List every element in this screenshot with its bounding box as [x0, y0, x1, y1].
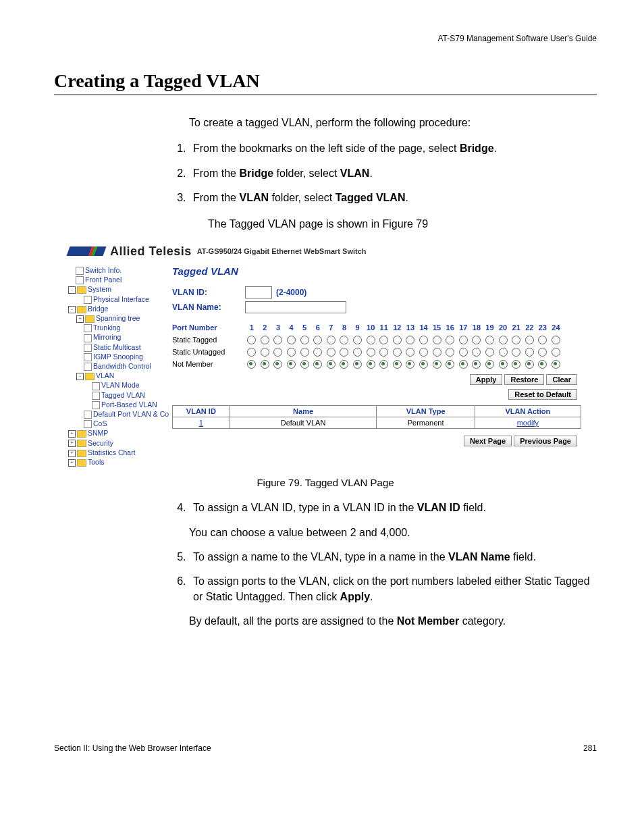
port-radio[interactable]	[406, 336, 414, 344]
tree-node[interactable]: +Security	[68, 438, 169, 448]
port-radio[interactable]	[367, 348, 375, 357]
tree-expand-icon[interactable]: +	[68, 450, 76, 457]
port-radio[interactable]	[485, 336, 494, 344]
port-radio[interactable]	[446, 348, 454, 357]
port-radio[interactable]	[367, 360, 375, 369]
port-radio[interactable]	[393, 348, 402, 357]
clear-button[interactable]: Clear	[546, 374, 577, 385]
tree-expand-icon[interactable]: +	[68, 459, 76, 467]
port-radio[interactable]	[419, 336, 428, 344]
port-radio[interactable]	[472, 360, 481, 369]
port-radio[interactable]	[313, 360, 322, 369]
vlan-id-input[interactable]	[245, 286, 272, 298]
port-radio[interactable]	[485, 348, 494, 357]
port-radio[interactable]	[379, 336, 388, 344]
port-radio[interactable]	[353, 348, 362, 357]
apply-button[interactable]: Apply	[470, 374, 503, 385]
port-radio[interactable]	[499, 360, 508, 369]
tree-node[interactable]: -VLAN	[68, 371, 169, 380]
port-radio[interactable]	[300, 348, 309, 357]
port-radio[interactable]	[327, 348, 336, 357]
tree-node[interactable]: +Statistics Chart	[68, 448, 169, 457]
port-radio[interactable]	[525, 360, 534, 369]
tree-node[interactable]: +Spanning tree	[68, 313, 169, 323]
tree-node[interactable]: IGMP Snooping	[68, 352, 169, 361]
tree-node[interactable]: +SNMP	[68, 428, 169, 438]
tree-node[interactable]: Front Panel	[68, 275, 169, 284]
port-radio[interactable]	[446, 336, 454, 344]
port-radio[interactable]	[287, 360, 296, 369]
port-radio[interactable]	[393, 336, 402, 344]
tree-node[interactable]: CoS	[68, 419, 169, 428]
tree-node[interactable]: Default Port VLAN & Co	[68, 409, 169, 419]
tree-expand-icon[interactable]: +	[76, 315, 84, 323]
port-radio[interactable]	[340, 360, 348, 369]
tree-node[interactable]: Static Multicast	[68, 342, 169, 352]
port-radio[interactable]	[525, 348, 534, 357]
reset-to-default-button[interactable]: Reset to Default	[508, 389, 577, 400]
port-radio[interactable]	[300, 360, 309, 369]
port-radio[interactable]	[261, 360, 269, 369]
tree-expand-icon[interactable]: +	[68, 430, 76, 438]
port-radio[interactable]	[273, 336, 282, 344]
port-radio[interactable]	[406, 348, 414, 357]
port-radio[interactable]	[433, 360, 441, 369]
port-radio[interactable]	[379, 360, 388, 369]
port-radio[interactable]	[247, 336, 256, 344]
port-radio[interactable]	[287, 336, 296, 344]
port-radio[interactable]	[499, 348, 508, 357]
restore-button[interactable]: Restore	[504, 374, 544, 385]
port-radio[interactable]	[538, 336, 547, 344]
port-radio[interactable]	[499, 336, 508, 344]
port-radio[interactable]	[313, 348, 322, 357]
port-radio[interactable]	[459, 336, 468, 344]
next-page-button[interactable]: Next Page	[464, 436, 512, 446]
port-radio[interactable]	[552, 360, 560, 369]
tree-node[interactable]: -System	[68, 284, 169, 294]
port-radio[interactable]	[353, 360, 362, 369]
port-radio[interactable]	[261, 348, 269, 357]
tree-node[interactable]: Switch Info.	[68, 265, 169, 275]
port-radio[interactable]	[525, 336, 534, 344]
port-radio[interactable]	[512, 348, 520, 357]
port-radio[interactable]	[433, 348, 441, 357]
port-radio[interactable]	[472, 336, 481, 344]
port-radio[interactable]	[313, 336, 322, 344]
port-radio[interactable]	[327, 360, 336, 369]
tree-node[interactable]: -Bridge	[68, 304, 169, 313]
tree-expand-icon[interactable]: +	[68, 440, 76, 447]
previous-page-button[interactable]: Previous Page	[514, 436, 577, 446]
port-radio[interactable]	[459, 348, 468, 357]
tree-expand-icon[interactable]: -	[68, 286, 76, 294]
port-radio[interactable]	[552, 348, 560, 357]
tree-node[interactable]: +Tools	[68, 457, 169, 467]
tree-expand-icon[interactable]: -	[68, 306, 76, 313]
port-radio[interactable]	[367, 336, 375, 344]
port-radio[interactable]	[247, 348, 256, 357]
tree-node[interactable]: Bandwidth Control	[68, 361, 169, 371]
vlan-name-input[interactable]	[245, 301, 346, 313]
port-radio[interactable]	[485, 360, 494, 369]
tree-node[interactable]: Tagged VLAN	[68, 390, 169, 400]
port-radio[interactable]	[273, 360, 282, 369]
port-radio[interactable]	[419, 360, 428, 369]
port-radio[interactable]	[552, 336, 560, 344]
tree-node[interactable]: Port-Based VLAN	[68, 400, 169, 409]
port-radio[interactable]	[393, 360, 402, 369]
port-radio[interactable]	[459, 360, 468, 369]
tree-node[interactable]: Physical Interface	[68, 294, 169, 304]
port-radio[interactable]	[340, 336, 348, 344]
port-radio[interactable]	[340, 348, 348, 357]
port-radio[interactable]	[472, 348, 481, 357]
tree-node[interactable]: VLAN Mode	[68, 380, 169, 390]
port-radio[interactable]	[446, 360, 454, 369]
port-radio[interactable]	[419, 348, 428, 357]
port-radio[interactable]	[247, 360, 256, 369]
port-radio[interactable]	[538, 348, 547, 357]
port-radio[interactable]	[300, 336, 309, 344]
port-radio[interactable]	[261, 336, 269, 344]
tree-node[interactable]: Trunking	[68, 323, 169, 332]
port-radio[interactable]	[512, 336, 520, 344]
port-radio[interactable]	[538, 360, 547, 369]
vlan-id-link[interactable]: 1	[199, 419, 203, 427]
